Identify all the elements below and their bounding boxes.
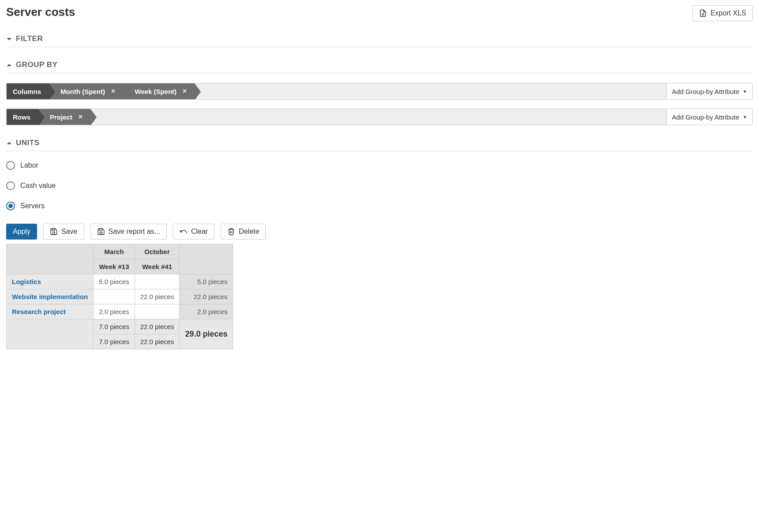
table-subtotal-blank bbox=[7, 319, 94, 349]
table-col-subtotal: 22.0 pieces bbox=[135, 334, 180, 349]
groupby-rows-row: Rows Project × Add Group-by Attribute ▼ bbox=[6, 109, 753, 125]
export-xls-label: Export XLS bbox=[710, 9, 746, 17]
table-week-header: Week #13 bbox=[94, 259, 135, 274]
add-column-attribute-button[interactable]: Add Group-by Attribute ▼ bbox=[666, 83, 753, 99]
unit-option-label: Labor bbox=[20, 161, 38, 169]
table-grand-total: 29.0 pieces bbox=[180, 319, 233, 349]
save-as-button[interactable]: Save report as... bbox=[90, 224, 167, 240]
table-cell bbox=[135, 274, 180, 289]
table-cell bbox=[135, 304, 180, 319]
file-icon bbox=[699, 9, 707, 17]
table-month-header: March bbox=[94, 244, 135, 259]
save-icon bbox=[97, 228, 105, 236]
table-col-subtotal: 7.0 pieces bbox=[94, 334, 135, 349]
table-col-subtotal: 22.0 pieces bbox=[135, 319, 180, 334]
remove-row-project-icon[interactable]: × bbox=[79, 113, 83, 121]
table-total-header bbox=[180, 244, 233, 274]
caret-down-icon: ▼ bbox=[743, 115, 747, 120]
svg-rect-5 bbox=[100, 232, 102, 235]
radio-icon[interactable] bbox=[6, 161, 15, 170]
undo-icon bbox=[180, 228, 188, 236]
unit-option-cash-value[interactable]: Cash value bbox=[6, 181, 753, 190]
chevron-down-icon: ⏷ bbox=[6, 35, 12, 42]
table-cell bbox=[94, 289, 135, 304]
trash-icon bbox=[227, 228, 235, 236]
units-section-label: UNITS bbox=[16, 139, 40, 147]
groupby-columns-row: Columns Month (Spent) × Week (Spent) × A… bbox=[6, 83, 753, 100]
column-crumb-month[interactable]: Month (Spent) × bbox=[49, 83, 123, 99]
table-month-header: October bbox=[135, 244, 180, 259]
svg-rect-3 bbox=[53, 232, 55, 235]
table-cell: 2.0 pieces bbox=[94, 304, 135, 319]
filter-section-label: FILTER bbox=[16, 34, 43, 43]
apply-button[interactable]: Apply bbox=[6, 224, 37, 240]
caret-down-icon: ▼ bbox=[743, 89, 747, 94]
row-crumb-project[interactable]: Project × bbox=[38, 109, 90, 125]
remove-column-week-icon[interactable]: × bbox=[183, 87, 187, 95]
svg-rect-4 bbox=[99, 229, 102, 230]
remove-column-month-icon[interactable]: × bbox=[111, 87, 115, 95]
table-row-total: 22.0 pieces bbox=[180, 289, 233, 304]
filter-section-toggle[interactable]: ⏷ FILTER bbox=[6, 34, 753, 47]
column-crumb-week[interactable]: Week (Spent) × bbox=[123, 83, 195, 99]
table-cell: 22.0 pieces bbox=[135, 289, 180, 304]
table-row-project[interactable]: Logistics bbox=[7, 274, 94, 289]
save-button[interactable]: Save bbox=[43, 224, 84, 240]
groupby-section-toggle[interactable]: ⏶ GROUP BY bbox=[6, 60, 753, 73]
report-table: March October Week #13 Week #41 Logistic… bbox=[6, 244, 233, 349]
rows-root-crumb: Rows bbox=[7, 109, 38, 125]
columns-root-crumb: Columns bbox=[7, 83, 49, 99]
table-row-project[interactable]: Website implementation bbox=[7, 289, 94, 304]
groupby-section-label: GROUP BY bbox=[16, 60, 57, 69]
unit-option-label: Cash value bbox=[20, 182, 56, 190]
export-xls-button[interactable]: Export XLS bbox=[692, 5, 753, 21]
delete-button[interactable]: Delete bbox=[221, 224, 266, 240]
save-icon bbox=[50, 228, 58, 236]
chevron-up-icon: ⏶ bbox=[6, 139, 12, 146]
clear-button[interactable]: Clear bbox=[173, 224, 214, 240]
table-cell: 5.0 pieces bbox=[94, 274, 135, 289]
table-corner bbox=[7, 244, 94, 274]
add-row-attribute-button[interactable]: Add Group-by Attribute ▼ bbox=[666, 109, 753, 125]
page-title: Server costs bbox=[6, 5, 75, 19]
radio-icon[interactable] bbox=[6, 202, 15, 210]
units-section-toggle[interactable]: ⏶ UNITS bbox=[6, 139, 753, 151]
table-row-project[interactable]: Research project bbox=[7, 304, 94, 319]
svg-rect-2 bbox=[52, 229, 55, 230]
unit-option-label: Servers bbox=[20, 202, 45, 210]
table-col-subtotal: 7.0 pieces bbox=[94, 319, 135, 334]
chevron-up-icon: ⏶ bbox=[6, 61, 12, 68]
table-row-total: 2.0 pieces bbox=[180, 304, 233, 319]
unit-option-labor[interactable]: Labor bbox=[6, 161, 753, 170]
radio-icon[interactable] bbox=[6, 181, 15, 190]
unit-option-servers[interactable]: Servers bbox=[6, 202, 753, 210]
table-row-total: 5.0 pieces bbox=[180, 274, 233, 289]
table-week-header: Week #41 bbox=[135, 259, 180, 274]
